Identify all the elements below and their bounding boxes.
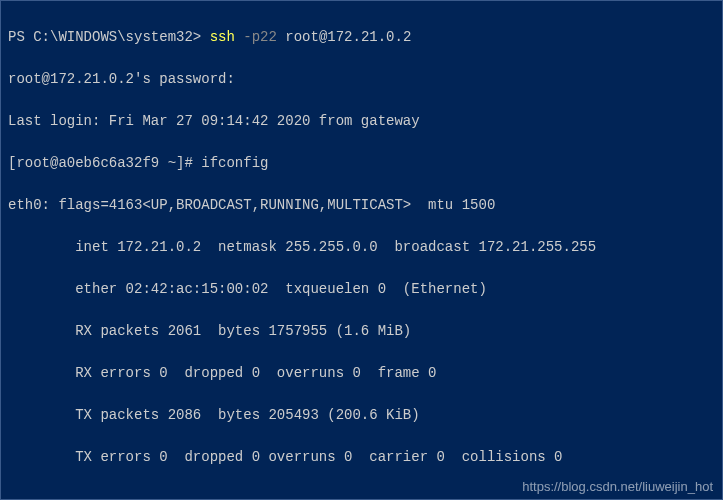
terminal-output[interactable]: PS C:\WINDOWS\system32> ssh -p22 root@17…	[0, 0, 723, 500]
password-prompt: root@172.21.0.2's password:	[8, 69, 715, 90]
eth0-rx-errors: RX errors 0 dropped 0 overruns 0 frame 0	[8, 363, 715, 384]
ssh-command: ssh	[210, 29, 235, 45]
eth0-header: eth0: flags=4163<UP,BROADCAST,RUNNING,MU…	[8, 195, 715, 216]
prompt-line: PS C:\WINDOWS\system32> ssh -p22 root@17…	[8, 27, 715, 48]
eth0-tx-errors: TX errors 0 dropped 0 overruns 0 carrier…	[8, 447, 715, 468]
eth0-ether: ether 02:42:ac:15:00:02 txqueuelen 0 (Et…	[8, 279, 715, 300]
ps-prompt: PS C:\WINDOWS\system32>	[8, 29, 210, 45]
ssh-arg: -p22	[235, 29, 277, 45]
eth0-tx-packets: TX packets 2086 bytes 205493 (200.6 KiB)	[8, 405, 715, 426]
watermark-text: https://blog.csdn.net/liuweijin_hot	[522, 479, 713, 494]
ssh-target: root@172.21.0.2	[277, 29, 411, 45]
last-login: Last login: Fri Mar 27 09:14:42 2020 fro…	[8, 111, 715, 132]
eth0-rx-packets: RX packets 2061 bytes 1757955 (1.6 MiB)	[8, 321, 715, 342]
eth0-inet: inet 172.21.0.2 netmask 255.255.0.0 broa…	[8, 237, 715, 258]
shell-prompt-ifconfig: [root@a0eb6c6a32f9 ~]# ifconfig	[8, 153, 715, 174]
